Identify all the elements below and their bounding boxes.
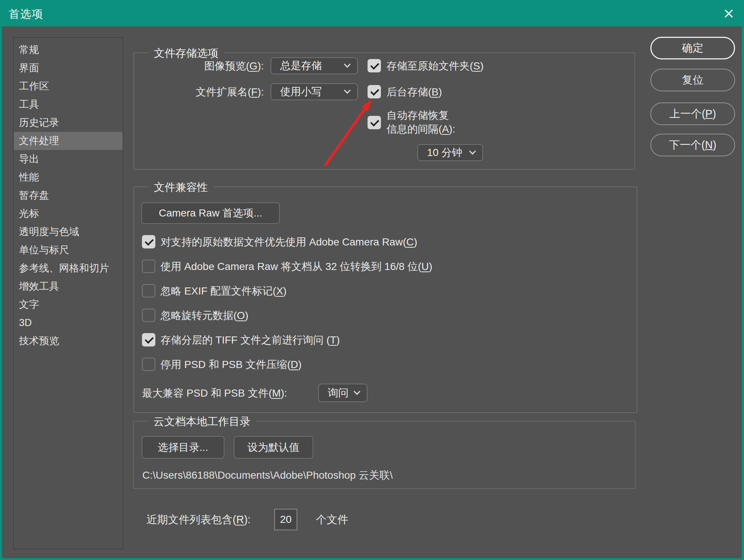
cloud-docs-legend: 云文档本地工作目录 [148, 414, 256, 429]
sidebar-item-performance[interactable]: 性能 [14, 168, 123, 186]
disable-compression-checkbox[interactable] [142, 358, 155, 371]
chevron-down-icon [353, 388, 360, 395]
file-ext-value: 使用小写 [280, 85, 345, 99]
max-compat-value: 询问 [328, 386, 355, 400]
autosave-label-line1: 自动存储恢复 [386, 109, 449, 122]
sidebar-item-3d[interactable]: 3D [14, 314, 123, 332]
file-ext-select[interactable]: 使用小写 [271, 83, 358, 100]
sidebar-item-guides-grid-slices[interactable]: 参考线、网格和切片 [14, 259, 123, 277]
cloud-directory-path: C:\Users\86188\Documents\Adobe\Photoshop… [142, 468, 393, 482]
chevron-down-icon [344, 87, 350, 94]
preferences-sidebar: 常规界面工作区工具历史记录文件处理导出性能暂存盘光标透明度与色域单位与标尺参考线… [13, 37, 123, 549]
ask-tiff-label: 存储分层的 TIFF 文件之前进行询问 (T) [161, 333, 340, 347]
sidebar-item-tools[interactable]: 工具 [14, 95, 123, 114]
file-saving-legend: 文件存储选项 [148, 46, 224, 61]
sidebar-item-export[interactable]: 导出 [14, 150, 123, 168]
next-button[interactable]: 下一个(N) [650, 134, 735, 156]
sidebar-item-general[interactable]: 常规 [14, 41, 123, 59]
max-compat-select[interactable]: 询问 [318, 384, 368, 402]
sidebar-item-scratch-disks[interactable]: 暂存盘 [14, 186, 123, 205]
autosave-interval-value: 10 分钟 [427, 146, 470, 160]
ignore-rotation-label: 忽略旋转元数据(O) [161, 309, 248, 322]
prefer-acr-label: 对支持的原始数据文件优先使用 Adobe Camera Raw(C) [161, 235, 417, 249]
autosave-interval-select[interactable]: 10 分钟 [417, 144, 483, 161]
choose-directory-button[interactable]: 选择目录... [142, 436, 224, 459]
autosave-checkbox[interactable] [368, 116, 381, 129]
set-default-button[interactable]: 设为默认值 [234, 436, 313, 459]
sidebar-item-units-rulers[interactable]: 单位与标尺 [14, 241, 123, 259]
background-save-label: 后台存储(B) [386, 85, 442, 99]
prefer-acr-checkbox[interactable] [142, 235, 155, 248]
sidebar-item-cursors[interactable]: 光标 [14, 205, 123, 223]
reset-button[interactable]: 复位 [650, 69, 735, 91]
preferences-dialog: 首选项 常规界面工作区工具历史记录文件处理导出性能暂存盘光标透明度与色域单位与标… [0, 0, 744, 560]
disable-compression-label: 停用 PSD 和 PSB 文件压缩(D) [161, 358, 302, 371]
sidebar-item-history[interactable]: 历史记录 [14, 114, 123, 132]
recent-files-label: 近期文件列表包含(R): [146, 513, 250, 526]
sidebar-item-interface[interactable]: 界面 [14, 59, 123, 77]
background-save-checkbox[interactable] [368, 85, 381, 98]
ignore-rotation-checkbox[interactable] [142, 309, 155, 322]
ask-tiff-checkbox[interactable] [142, 333, 155, 346]
acr-convert-checkbox[interactable] [142, 260, 155, 273]
chevron-down-icon [469, 148, 476, 154]
image-preview-select[interactable]: 总是存储 [271, 57, 358, 74]
save-original-folder-label: 存储至原始文件夹(S) [386, 59, 483, 73]
ignore-exif-label: 忽略 EXIF 配置文件标记(X) [161, 284, 287, 298]
acr-convert-label: 使用 Adobe Camera Raw 将文档从 32 位转换到 16/8 位(… [161, 260, 432, 273]
sidebar-item-plugins[interactable]: 增效工具 [14, 277, 123, 296]
recent-files-suffix: 个文件 [316, 513, 348, 526]
sidebar-list: 常规界面工作区工具历史记录文件处理导出性能暂存盘光标透明度与色域单位与标尺参考线… [14, 41, 123, 350]
sidebar-item-workspace[interactable]: 工作区 [14, 77, 123, 95]
chevron-down-icon [344, 61, 350, 68]
max-compat-label: 最大兼容 PSD 和 PSB 文件(M): [142, 387, 287, 400]
titlebar: 首选项 [0, 0, 744, 26]
autosave-label-line2: 信息的间隔(A): [386, 123, 455, 136]
dialog-title: 首选项 [9, 7, 43, 22]
image-preview-label: 图像预览(G): [156, 59, 264, 73]
camera-raw-prefs-button[interactable]: Camera Raw 首选项... [141, 202, 280, 224]
file-compat-legend: 文件兼容性 [148, 180, 213, 195]
close-icon[interactable] [720, 4, 738, 22]
sidebar-item-transparency-gamut[interactable]: 透明度与色域 [14, 223, 123, 241]
sidebar-item-tech-previews[interactable]: 技术预览 [14, 332, 123, 350]
ok-button[interactable]: 确定 [650, 37, 735, 59]
ignore-exif-checkbox[interactable] [142, 284, 155, 297]
save-original-folder-checkbox[interactable] [368, 59, 381, 72]
prev-button[interactable]: 上一个(P) [650, 102, 735, 125]
file-ext-label: 文件扩展名(F): [156, 85, 264, 99]
sidebar-item-file-handling[interactable]: 文件处理 [14, 132, 123, 150]
image-preview-value: 总是存储 [280, 59, 345, 73]
recent-files-count-input[interactable]: 20 [274, 509, 297, 530]
sidebar-item-type[interactable]: 文字 [14, 296, 123, 314]
